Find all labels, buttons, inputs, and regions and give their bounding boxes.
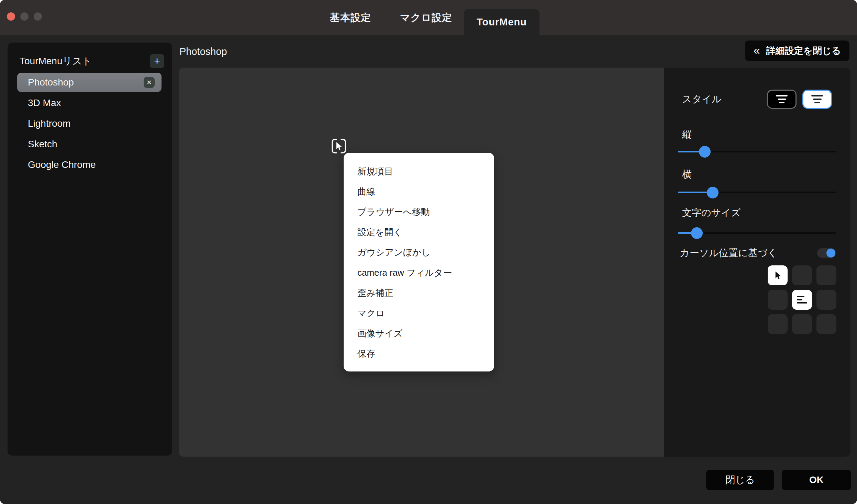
grid-cell-0-1[interactable] (792, 265, 812, 285)
slider-thumb[interactable] (691, 227, 703, 239)
title-bar: 基本設定マクロ設定TourMenu (0, 0, 857, 35)
tourmenu-list-panel: TourMenuリスト + Photoshop×3D MaxLightroomS… (8, 43, 172, 456)
grid-cell-2-2[interactable] (816, 314, 836, 334)
details-panel: スタイル 縦横文字のサイズ カーソル位置に基づく (664, 68, 850, 457)
page-title: Photoshop (179, 35, 227, 68)
lines-icon (779, 102, 784, 103)
cursor-position-toggle[interactable] (817, 248, 836, 258)
grid-cell-2-0[interactable] (768, 314, 788, 334)
popup-menu-item[interactable]: ブラウザーへ移動 (357, 202, 494, 222)
style-option-dark[interactable] (767, 90, 797, 109)
tourmenu-popup: 新規項目曲線ブラウザーへ移動設定を開くガウシアンぼかしcamera raw フィ… (344, 153, 494, 371)
slider-label: 文字のサイズ (682, 206, 836, 219)
list-item-label: Photoshop (28, 77, 74, 88)
traffic-lights (7, 12, 42, 21)
popup-menu-item[interactable]: camera raw フィルター (357, 263, 494, 283)
close-details-label: 詳細設定を閉じる (766, 45, 841, 57)
close-window-button[interactable] (7, 12, 15, 21)
popup-menu-item[interactable]: 歪み補正 (357, 283, 494, 303)
cursor-position-row: カーソル位置に基づく (680, 248, 836, 258)
list-item[interactable]: 3D Max (17, 93, 162, 113)
toggle-knob (826, 249, 835, 257)
slider-thumb[interactable] (707, 187, 719, 198)
lines-icon (778, 99, 786, 100)
style-option-light[interactable] (802, 90, 832, 109)
slider-block: 文字のサイズ (682, 206, 836, 219)
slider-block: 縦 (682, 128, 836, 141)
menu-preview-area: 新規項目曲線ブラウザーへ移動設定を開くガウシアンぼかしcamera raw フィ… (179, 68, 664, 457)
slider-block: 横 (682, 168, 836, 181)
grid-cell-1-2[interactable] (816, 290, 836, 310)
minimize-window-button[interactable] (20, 12, 29, 21)
lines-icon (814, 102, 820, 103)
style-label: スタイル (682, 93, 722, 106)
slider-track[interactable] (678, 232, 836, 234)
tab-bar: 基本設定マクロ設定TourMenu (313, 0, 539, 35)
lines-icon (811, 95, 823, 96)
slider-label: 横 (682, 168, 836, 181)
list-item[interactable]: Sketch (17, 135, 162, 154)
sidebar-header: TourMenuリスト + (20, 51, 164, 71)
slider-track[interactable] (678, 151, 836, 152)
grid-cell-0-2[interactable] (816, 265, 836, 285)
add-tourmenu-button[interactable]: + (150, 54, 164, 68)
slider-thumb[interactable] (699, 146, 711, 158)
slider-track[interactable] (678, 192, 836, 193)
list-item[interactable]: Google Chrome (17, 155, 162, 174)
list-item-label: 3D Max (28, 98, 61, 108)
style-row: スタイル (682, 90, 832, 109)
grid-cell-1-0[interactable] (768, 290, 788, 310)
menu-position-grid (768, 265, 836, 334)
list-item-label: Sketch (28, 139, 57, 150)
delete-item-button[interactable]: × (144, 77, 155, 88)
popup-menu-item[interactable]: 保存 (357, 344, 494, 364)
slider-label: 縦 (682, 128, 836, 141)
popup-menu-item[interactable]: 新規項目 (357, 161, 494, 182)
tourmenu-list: Photoshop×3D MaxLightroomSketchGoogle Ch… (17, 73, 162, 176)
popup-menu-item[interactable]: 曲線 (357, 182, 494, 202)
double-chevron-left-icon: « (754, 44, 760, 56)
tab-basic-settings[interactable]: 基本設定 (313, 0, 388, 35)
tab-tourmenu[interactable]: TourMenu (464, 9, 539, 35)
list-item[interactable]: Photoshop× (17, 73, 162, 92)
popup-menu-item[interactable]: ガウシアンぼかし (357, 242, 494, 263)
list-item-label: Lightroom (28, 118, 71, 129)
grid-cell-2-1[interactable] (792, 314, 812, 334)
ok-button[interactable]: OK (782, 470, 851, 490)
app-window: 基本設定マクロ設定TourMenu TourMenuリスト + Photosho… (0, 0, 857, 504)
lines-icon (813, 99, 822, 100)
close-details-button[interactable]: « 詳細設定を閉じる (745, 41, 849, 61)
mini-menu-icon (797, 296, 807, 303)
tab-macro-settings[interactable]: マクロ設定 (388, 0, 464, 35)
close-button[interactable]: 閉じる (706, 470, 774, 490)
popup-menu-item[interactable]: 設定を開く (357, 222, 494, 242)
zoom-window-button[interactable] (34, 12, 42, 21)
sidebar-title: TourMenuリスト (20, 55, 92, 68)
lines-icon (776, 95, 788, 96)
list-item[interactable]: Lightroom (17, 114, 162, 133)
list-item-label: Google Chrome (28, 159, 96, 170)
popup-menu-item[interactable]: マクロ (357, 303, 494, 323)
grid-cell-0-0[interactable] (768, 265, 788, 285)
cursor-position-icon (330, 138, 347, 155)
cursor-position-label: カーソル位置に基づく (680, 247, 777, 260)
grid-cell-1-1[interactable] (792, 290, 812, 310)
style-options (767, 90, 832, 109)
popup-menu-item[interactable]: 画像サイズ (357, 323, 494, 344)
